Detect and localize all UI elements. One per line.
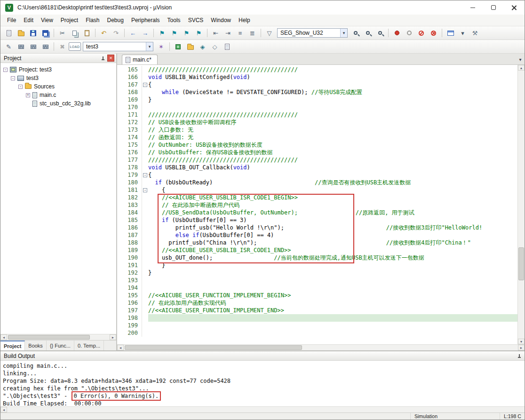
fold-margin[interactable]: - xyxy=(142,186,148,194)
unindent[interactable]: ⇤ xyxy=(210,28,222,39)
tree-item-sources[interactable]: -Sources xyxy=(0,82,116,91)
save-all[interactable] xyxy=(40,28,51,39)
build-hscrollbar[interactable]: ◄ xyxy=(0,406,525,412)
code-line-189[interactable]: 189 //<<AICUBE_USER_USBLIB_ISR_CODE1_END… xyxy=(117,246,517,254)
fold-collapse-icon[interactable]: - xyxy=(143,188,147,192)
menu-peripherals[interactable]: Peripherals xyxy=(127,15,164,25)
code-line-173[interactable]: 173// 入口参数: 无 xyxy=(117,126,517,134)
build-hscroll-track[interactable] xyxy=(7,407,525,412)
code-line-166[interactable]: 166void USBLIB_WaitConfiged(void) xyxy=(117,73,517,81)
collapse-icon[interactable]: - xyxy=(18,85,23,89)
scroll-right-icon[interactable]: ► xyxy=(518,345,525,350)
incremental-find[interactable] xyxy=(362,28,374,39)
code-line-191[interactable]: 191 } xyxy=(117,262,517,269)
code-editor[interactable]: 165/////////////////////////////////////… xyxy=(117,65,517,344)
code-line-178[interactable]: 178void USBLIB_OUT_Callback(void) xyxy=(117,164,517,171)
search-combo-dropdown-icon[interactable]: ▾ xyxy=(340,29,347,37)
close-panel-button[interactable]: × xyxy=(107,55,114,62)
panel-tab-func[interactable]: {} Func... xyxy=(47,341,74,350)
tree-item-main-c[interactable]: +main.c xyxy=(0,91,116,99)
pack-installer[interactable] xyxy=(221,41,233,52)
stop-build[interactable]: ✖ xyxy=(56,41,68,52)
code-line-169[interactable]: 169} xyxy=(117,96,517,103)
fold-margin[interactable]: - xyxy=(142,81,148,88)
undo[interactable]: ↶ xyxy=(98,28,110,39)
code-line-185[interactable]: 185 if (UsbOutBuffer[0] == 3) xyxy=(117,216,517,224)
tab-main-c[interactable]: main.c* xyxy=(122,55,158,64)
menu-file[interactable]: File xyxy=(3,15,20,25)
manage-run-time-environment[interactable] xyxy=(172,41,184,52)
code-line-165[interactable]: 165/////////////////////////////////////… xyxy=(117,66,517,73)
navigate-forward[interactable]: → xyxy=(139,28,151,39)
insert-remove-breakpoint[interactable] xyxy=(391,28,403,39)
paste[interactable] xyxy=(81,28,93,39)
pin-panel-button[interactable] xyxy=(516,352,523,359)
code-line-172[interactable]: 172// USB设备接收数据中断回调程序 xyxy=(117,119,517,126)
document-list-dropdown[interactable]: ▾ xyxy=(516,55,525,64)
scroll-up-icon[interactable]: ▲ xyxy=(518,65,525,71)
code-line-168[interactable]: 168 while (DeviceState != DEVSTATE_CONFI… xyxy=(117,88,517,96)
menu-project[interactable]: Project xyxy=(57,15,82,25)
fold-margin[interactable]: - xyxy=(142,171,148,179)
scroll-left-icon[interactable]: ◄ xyxy=(0,334,7,340)
rebuild-all[interactable] xyxy=(27,41,39,52)
code-line-194[interactable]: 194 xyxy=(117,284,517,292)
title-bar[interactable]: V C:\Users\86181\Desktop\printf test\tes… xyxy=(0,0,525,15)
minimize-button[interactable] xyxy=(462,0,483,15)
next-bookmark[interactable]: ⚑ xyxy=(181,28,192,39)
project-hscroll-track[interactable] xyxy=(7,334,110,340)
window-layout-dropdown[interactable]: ▾ xyxy=(457,28,469,39)
fold-collapse-icon[interactable]: - xyxy=(143,83,147,87)
uncomment-selection[interactable]: ≣ xyxy=(247,28,258,39)
flash-erase[interactable]: ◇ xyxy=(209,41,221,52)
target-combo-dropdown-icon[interactable]: ▾ xyxy=(146,42,153,51)
code-line-182[interactable]: 182 //<<AICUBE_USER_USBLIB_ISR_CODE1_BEG… xyxy=(117,194,517,201)
code-line-180[interactable]: 180 if (bUsbOutReady) //查询是否有接收到USB主机发送数… xyxy=(117,179,517,186)
scroll-left-icon[interactable]: ◄ xyxy=(117,345,124,350)
menu-window[interactable]: Window xyxy=(207,15,235,25)
translate-file[interactable]: ✎ xyxy=(3,41,15,52)
tree-item-stc-usb-cdc-32g-lib[interactable]: stc_usb_cdc_32g.lib xyxy=(0,99,116,108)
build-target[interactable] xyxy=(15,41,27,52)
code-line-195[interactable]: 195//<<AICUBE_USER_FUNCTION_IMPLEMENT_BE… xyxy=(117,292,517,299)
menu-debug[interactable]: Debug xyxy=(103,15,127,25)
code-line-179[interactable]: 179-{ xyxy=(117,171,517,179)
options-for-target[interactable]: ✶ xyxy=(155,41,167,52)
code-line-198[interactable]: 198 xyxy=(117,314,517,322)
batch-build[interactable] xyxy=(40,41,51,52)
scroll-left-icon[interactable]: ◄ xyxy=(0,407,7,412)
menu-flash[interactable]: Flash xyxy=(82,15,103,25)
code-line-200[interactable]: 200 xyxy=(117,329,517,337)
scroll-down-icon[interactable]: ▼ xyxy=(518,339,525,344)
scroll-thumb[interactable] xyxy=(518,247,524,280)
pin-panel-button[interactable] xyxy=(99,55,106,62)
configure-tools[interactable]: ⚒ xyxy=(469,28,481,39)
menu-view[interactable]: View xyxy=(37,15,57,25)
menu-tools[interactable]: Tools xyxy=(164,15,184,25)
code-line-183[interactable]: 183 // 在此添加中断函数用户代码 xyxy=(117,201,517,209)
code-line-193[interactable]: 193 xyxy=(117,277,517,284)
tree-item-project-test3[interactable]: -Project: test3 xyxy=(0,65,116,74)
code-line-196[interactable]: 196// 在此添加用户函数实现代码 xyxy=(117,299,517,307)
collapse-icon[interactable]: - xyxy=(11,76,15,80)
scroll-thumb[interactable] xyxy=(8,335,90,340)
code-line-192[interactable]: 192} xyxy=(117,269,517,277)
find-in-files[interactable]: ▽ xyxy=(263,28,275,39)
save-file[interactable] xyxy=(27,28,39,39)
previous-bookmark[interactable]: ⚑ xyxy=(168,28,180,39)
build-output-text[interactable]: compiling main.c...linking...Program Siz… xyxy=(0,361,525,406)
collapse-icon[interactable]: - xyxy=(3,68,8,72)
flash-download[interactable]: ◈ xyxy=(197,41,208,52)
enable-disable-breakpoint[interactable] xyxy=(403,28,415,39)
editor-hscroll-track[interactable] xyxy=(124,345,518,350)
editor-vscrollbar[interactable]: ▲ ▼ xyxy=(517,65,525,344)
menu-help[interactable]: Help xyxy=(235,15,254,25)
code-line-177[interactable]: 177/////////////////////////////////////… xyxy=(117,156,517,164)
disable-all-breakpoints[interactable] xyxy=(415,28,427,39)
code-line-187[interactable]: 187 else if(UsbOutBuffer[0] == 4) xyxy=(117,231,517,239)
code-line-181[interactable]: 181- { xyxy=(117,186,517,194)
clear-all-bookmarks[interactable]: ⚑ xyxy=(193,28,205,39)
indent[interactable]: ⇥ xyxy=(222,28,234,39)
scroll-right-icon[interactable]: ► xyxy=(110,334,116,340)
project-hscrollbar[interactable]: ◄ ► xyxy=(0,334,116,340)
